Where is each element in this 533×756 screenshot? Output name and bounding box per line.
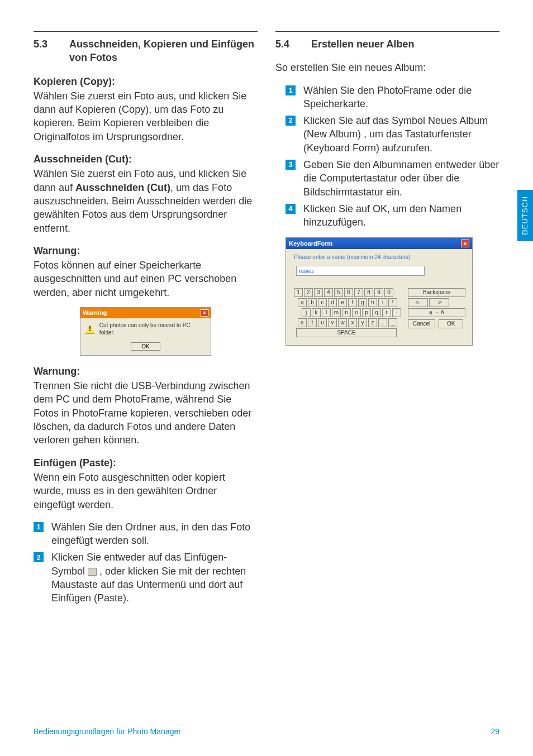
step-number-icon: 2 <box>285 116 296 126</box>
key-y[interactable]: y <box>358 318 367 327</box>
ok-button[interactable]: OK <box>439 319 463 328</box>
key-4[interactable]: 4 <box>324 288 333 297</box>
warning1-heading: Warnung: <box>34 244 258 257</box>
warning2-body: Trennen Sie nicht die USB-Verbindung zwi… <box>34 379 258 447</box>
language-tab: DEUTSCH <box>517 190 533 241</box>
cut-body: Wählen Sie zuerst ein Foto aus, und klic… <box>34 167 258 235</box>
cursor-left-key[interactable]: <- <box>408 298 428 307</box>
album-step-1: 1 Wählen Sie den PhotoFrame oder die Spe… <box>275 84 499 111</box>
dialog-titlebar: Warning × <box>80 308 211 318</box>
key-1[interactable]: 1 <box>294 288 303 297</box>
close-icon[interactable]: × <box>201 309 208 317</box>
page-footer: Bedienungsgrundlagen für Photo Manager 2… <box>34 726 499 737</box>
language-label: DEUTSCH <box>520 196 530 235</box>
key-p[interactable]: p <box>362 308 371 317</box>
step-number-icon: 1 <box>34 522 44 532</box>
key-_[interactable]: _ <box>388 318 397 327</box>
step-text: Wählen Sie den Ordner aus, in den das Fo… <box>51 520 258 548</box>
key-b[interactable]: b <box>308 298 317 307</box>
intro-text: So erstellen Sie ein neues Album: <box>275 61 499 74</box>
cancel-button[interactable]: Cancel <box>408 319 435 328</box>
step-text: Wählen Sie den PhotoFrame oder die Speic… <box>303 84 499 111</box>
key-k[interactable]: k <box>312 308 321 317</box>
key-row-4: stuvwxyz,_ <box>298 318 402 327</box>
keyboard-prompt: Please enter a name (maximum 24 characte… <box>294 253 464 261</box>
paste-step-2: 2 Klicken Sie entweder auf das Einfügen-… <box>34 551 258 605</box>
key-2[interactable]: 2 <box>304 288 313 297</box>
key-m[interactable]: m <box>332 308 341 317</box>
copy-body: Wählen Sie zuerst ein Foto aus, und klic… <box>34 89 258 143</box>
key-c[interactable]: c <box>318 298 327 307</box>
backspace-key[interactable]: Backspace <box>408 288 465 297</box>
close-icon[interactable]: × <box>461 240 469 247</box>
key-r[interactable]: r <box>382 308 391 317</box>
key-x[interactable]: x <box>348 318 357 327</box>
key-h[interactable]: h <box>368 298 377 307</box>
key-s[interactable]: s <box>298 318 307 327</box>
copy-heading: Kopieren (Copy): <box>34 75 258 88</box>
page-number: 29 <box>491 726 499 737</box>
key-7[interactable]: 7 <box>354 288 363 297</box>
paste-heading: Einfügen (Paste): <box>34 456 258 470</box>
key-row-2: abcdefghi! <box>298 298 402 307</box>
step-text: Klicken Sie auf das Symbol Neues Album (… <box>303 114 499 155</box>
name-input[interactable] <box>296 266 425 276</box>
step-number-icon: 3 <box>285 160 296 170</box>
key-t[interactable]: t <box>308 318 317 327</box>
dialog-title: Warning <box>83 309 107 317</box>
key-o[interactable]: o <box>352 308 361 317</box>
dialog-titlebar: KeyboardForm × <box>286 238 472 250</box>
warning2-heading: Warnung: <box>34 365 258 378</box>
section-title: Ausschneiden, Kopieren und Einfügen von … <box>69 37 258 65</box>
key-z[interactable]: z <box>368 318 377 327</box>
key-l[interactable]: l <box>322 308 331 317</box>
key-row-1: 1234567890 <box>294 288 402 297</box>
key-![interactable]: ! <box>388 298 397 307</box>
key-row-3: jklmnopqr- <box>302 308 402 317</box>
key-9[interactable]: 9 <box>374 288 383 297</box>
section-number: 5.3 <box>34 37 69 65</box>
key-5[interactable]: 5 <box>334 288 343 297</box>
key-d[interactable]: d <box>328 298 337 307</box>
paste-icon <box>88 568 97 576</box>
step-text: Klicken Sie entweder auf das Einfügen-Sy… <box>51 551 258 605</box>
key-e[interactable]: e <box>338 298 347 307</box>
cut-heading: Ausschneiden (Cut): <box>34 152 258 166</box>
key-q[interactable]: q <box>372 308 381 317</box>
cut-body-bold: Ausschneiden (Cut) <box>75 182 170 193</box>
key-3[interactable]: 3 <box>314 288 323 297</box>
key-v[interactable]: v <box>328 318 337 327</box>
key-j[interactable]: j <box>302 308 311 317</box>
dialog-message: Cut photos can only be moved to PC folde… <box>99 322 206 337</box>
key-0[interactable]: 0 <box>384 288 393 297</box>
section-5-3-heading: 5.3 Ausschneiden, Kopieren und Einfügen … <box>34 31 258 65</box>
album-step-4: 4 Klicken Sie auf OK, um den Namen hinzu… <box>275 202 499 229</box>
paste-step-1: 1 Wählen Sie den Ordner aus, in den das … <box>34 520 258 548</box>
paste-body: Wenn ein Foto ausgeschnitten oder kopier… <box>34 471 258 511</box>
key-,[interactable]: , <box>378 318 387 327</box>
section-number: 5.4 <box>275 37 311 51</box>
key--[interactable]: - <box>392 308 401 317</box>
step-number-icon: 1 <box>285 85 296 95</box>
key-g[interactable]: g <box>358 298 367 307</box>
key-a[interactable]: a <box>298 298 307 307</box>
key-8[interactable]: 8 <box>364 288 373 297</box>
step-text: Klicken Sie auf OK, um den Namen hinzuzu… <box>303 202 499 229</box>
ok-button[interactable]: OK <box>131 342 160 351</box>
key-i[interactable]: i <box>378 298 387 307</box>
shift-key[interactable]: a → A <box>408 308 465 317</box>
cursor-right-key[interactable]: -> <box>429 298 449 307</box>
footer-title: Bedienungsgrundlagen für Photo Manager <box>34 726 181 737</box>
album-step-3: 3 Geben Sie den Albumnamen entweder über… <box>275 158 499 199</box>
warning-triangle-icon: ! <box>85 324 95 334</box>
key-n[interactable]: n <box>342 308 351 317</box>
space-key[interactable]: SPACE <box>296 328 397 337</box>
album-step-2: 2 Klicken Sie auf das Symbol Neues Album… <box>275 114 499 155</box>
key-f[interactable]: f <box>348 298 357 307</box>
key-u[interactable]: u <box>318 318 327 327</box>
section-5-4-heading: 5.4 Erstellen neuer Alben <box>275 31 499 51</box>
key-w[interactable]: w <box>338 318 347 327</box>
key-6[interactable]: 6 <box>344 288 353 297</box>
warning1-body: Fotos können auf einer Speicherkarte aus… <box>34 259 258 299</box>
keyboard-form-dialog: KeyboardForm × Please enter a name (maxi… <box>285 237 473 346</box>
